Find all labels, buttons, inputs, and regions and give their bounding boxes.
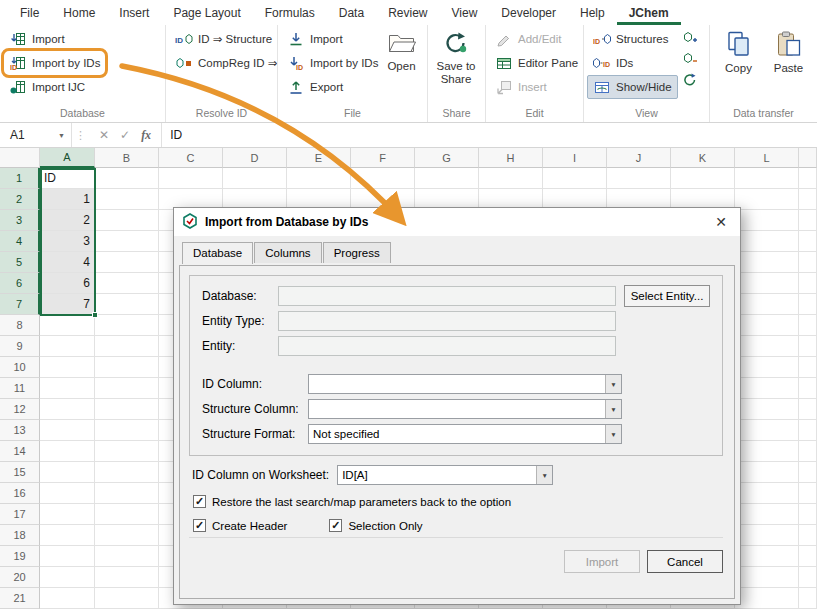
cell-G1[interactable] xyxy=(415,168,479,189)
cell-A1[interactable]: ID xyxy=(40,168,95,189)
chevron-down-icon[interactable]: ▼ xyxy=(605,375,621,393)
tab-columns[interactable]: Columns xyxy=(254,242,321,263)
cell-B18[interactable] xyxy=(95,525,159,546)
formula-content[interactable]: ID xyxy=(162,128,182,142)
column-header-F[interactable]: F xyxy=(351,148,415,168)
cell-L21[interactable] xyxy=(735,588,799,609)
cell-L19[interactable] xyxy=(735,546,799,567)
cell-B5[interactable] xyxy=(95,252,159,273)
row-header-5[interactable]: 5 xyxy=(0,252,40,273)
cell-B1[interactable] xyxy=(95,168,159,189)
cell-L2[interactable] xyxy=(735,189,799,210)
cell-B3[interactable] xyxy=(95,210,159,231)
cell-A6[interactable]: 6 xyxy=(40,273,95,294)
structure-column-combo[interactable]: ▼ xyxy=(308,399,622,419)
cell-A12[interactable] xyxy=(40,399,95,420)
column-header-B[interactable]: B xyxy=(95,148,159,168)
cell-B19[interactable] xyxy=(95,546,159,567)
cell-B14[interactable] xyxy=(95,441,159,462)
cancel-button[interactable]: Cancel xyxy=(647,550,723,573)
row-header-12[interactable]: 12 xyxy=(0,399,40,420)
paste-button[interactable]: Paste xyxy=(766,27,812,76)
select-entity-button[interactable]: Select Entity... xyxy=(624,285,710,307)
cell-H1[interactable] xyxy=(479,168,543,189)
cell-A14[interactable] xyxy=(40,441,95,462)
menu-tab-data[interactable]: Data xyxy=(327,0,376,25)
cell-A9[interactable] xyxy=(40,336,95,357)
cell-A10[interactable] xyxy=(40,357,95,378)
cell-A8[interactable] xyxy=(40,315,95,336)
cell-A3[interactable]: 2 xyxy=(40,210,95,231)
column-header-L[interactable]: L xyxy=(735,148,799,168)
selection-fill-handle[interactable] xyxy=(92,312,98,318)
column-header-E[interactable]: E xyxy=(287,148,351,168)
menu-tab-jchem[interactable]: JChem xyxy=(617,0,681,25)
cell-L15[interactable] xyxy=(735,462,799,483)
column-header-K[interactable]: K xyxy=(671,148,735,168)
cell-D1[interactable] xyxy=(223,168,287,189)
cell-L3[interactable] xyxy=(735,210,799,231)
row-header-21[interactable]: 21 xyxy=(0,588,40,609)
select-all-corner[interactable] xyxy=(0,148,40,168)
cell-A20[interactable] xyxy=(40,567,95,588)
column-header-J[interactable]: J xyxy=(607,148,671,168)
row-header-1[interactable]: 1 xyxy=(0,168,40,189)
menu-tab-home[interactable]: Home xyxy=(51,0,107,25)
cell-L11[interactable] xyxy=(735,378,799,399)
open-button[interactable]: Open xyxy=(379,27,424,74)
cell-B21[interactable] xyxy=(95,588,159,609)
cell-B4[interactable] xyxy=(95,231,159,252)
row-header-2[interactable]: 2 xyxy=(0,189,40,210)
cell-A11[interactable] xyxy=(40,378,95,399)
cell-B7[interactable] xyxy=(95,294,159,315)
column-header-C[interactable]: C xyxy=(159,148,223,168)
structure-format-combo[interactable]: Not specified ▼ xyxy=(308,424,622,444)
cell-B11[interactable] xyxy=(95,378,159,399)
database-import-ijc-button[interactable]: Import IJC xyxy=(3,75,106,99)
row-header-8[interactable]: 8 xyxy=(0,315,40,336)
show-hide-button[interactable]: Show/Hide xyxy=(587,75,678,99)
column-header-H[interactable]: H xyxy=(479,148,543,168)
column-header-I[interactable]: I xyxy=(543,148,607,168)
cell-B9[interactable] xyxy=(95,336,159,357)
menu-tab-review[interactable]: Review xyxy=(376,0,439,25)
insert-function-icon[interactable]: fx xyxy=(141,128,151,143)
menu-tab-page-layout[interactable]: Page Layout xyxy=(161,0,252,25)
copy-button[interactable]: Copy xyxy=(716,27,762,76)
cell-L13[interactable] xyxy=(735,420,799,441)
row-header-4[interactable]: 4 xyxy=(0,231,40,252)
cell-L7[interactable] xyxy=(735,294,799,315)
menu-tab-view[interactable]: View xyxy=(440,0,490,25)
menu-tab-formulas[interactable]: Formulas xyxy=(253,0,327,25)
column-header-G[interactable]: G xyxy=(415,148,479,168)
structure-remove-button[interactable] xyxy=(680,50,700,69)
view-ids-button[interactable]: ID IDs xyxy=(587,51,678,75)
cell-A16[interactable] xyxy=(40,483,95,504)
cell-B2[interactable] xyxy=(95,189,159,210)
name-box-dropdown-icon[interactable]: ▼ xyxy=(58,132,71,139)
view-structures-button[interactable]: ID Structures xyxy=(587,27,678,51)
cell-J1[interactable] xyxy=(607,168,671,189)
cell-A21[interactable] xyxy=(40,588,95,609)
menu-tab-developer[interactable]: Developer xyxy=(489,0,568,25)
id-to-structure-button[interactable]: ID ID ⇒ Structure xyxy=(169,27,278,51)
cell-A13[interactable] xyxy=(40,420,95,441)
cell-E1[interactable] xyxy=(287,168,351,189)
row-header-18[interactable]: 18 xyxy=(0,525,40,546)
tab-progress[interactable]: Progress xyxy=(323,242,391,263)
row-header-11[interactable]: 11 xyxy=(0,378,40,399)
cell-L8[interactable] xyxy=(735,315,799,336)
compreg-id-to-str-button[interactable]: CompReg ID ⇒ Str xyxy=(169,51,278,75)
cell-A4[interactable]: 3 xyxy=(40,231,95,252)
cell-A18[interactable] xyxy=(40,525,95,546)
cell-L6[interactable] xyxy=(735,273,799,294)
cell-L1[interactable] xyxy=(735,168,799,189)
database-import-button[interactable]: Import xyxy=(3,27,106,51)
cell-B15[interactable] xyxy=(95,462,159,483)
tab-database[interactable]: Database xyxy=(182,242,253,264)
cell-B17[interactable] xyxy=(95,504,159,525)
cell-I1[interactable] xyxy=(543,168,607,189)
save-to-share-button[interactable]: Save to Share xyxy=(431,27,481,88)
id-column-combo[interactable]: ▼ xyxy=(308,374,622,394)
cell-C1[interactable] xyxy=(159,168,223,189)
